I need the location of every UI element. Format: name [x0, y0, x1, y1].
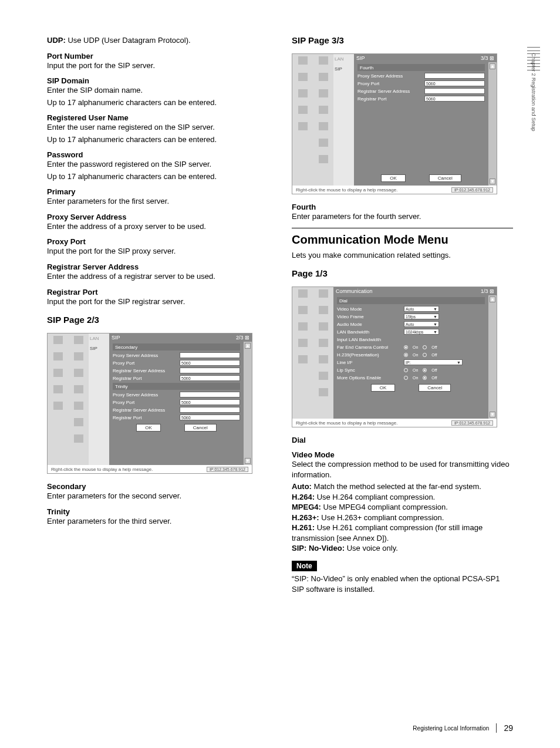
sidebar-icon[interactable]: [74, 385, 83, 393]
chevron-down-icon: ▼: [433, 307, 437, 311]
input-reg-addr[interactable]: [180, 368, 240, 373]
close-icon[interactable]: ⊠: [245, 335, 249, 341]
page-down-icon[interactable]: ▼: [490, 178, 495, 184]
sidebar-icon[interactable]: [298, 89, 308, 97]
sidebar-icon[interactable]: [74, 402, 83, 410]
sidebar-icon[interactable]: [74, 418, 83, 426]
input-proxy-port[interactable]: 5060: [180, 360, 240, 366]
tab-lan[interactable]: LAN: [89, 333, 109, 343]
ok-button[interactable]: OK: [371, 384, 396, 392]
row-audio-mode: Audio Mode: [337, 322, 402, 327]
sidebar-icon[interactable]: [319, 139, 328, 147]
radio-on[interactable]: [404, 368, 408, 372]
screenshot-comm-1-3: Communication1/3 ⊠ Dial Video ModeAuto▼ …: [292, 287, 497, 427]
dd-lan-bw[interactable]: 1024kbps▼: [404, 329, 439, 335]
sidebar-icon[interactable]: [298, 122, 308, 130]
h261-text: Use H.261 compliant compression (for sti…: [292, 523, 483, 543]
h264-label: H.264:: [292, 493, 315, 501]
sidebar-icon[interactable]: [319, 355, 328, 363]
sidebar-icon[interactable]: [298, 56, 308, 65]
dd-video-mode[interactable]: Auto▼: [404, 306, 439, 312]
scr-left-sidebar2: [313, 54, 333, 186]
sidebar-icon[interactable]: [319, 372, 328, 380]
input-reg-port2[interactable]: 5060: [180, 415, 240, 420]
sidebar-icon[interactable]: [74, 336, 83, 344]
row-video-mode: Video Mode: [337, 306, 402, 312]
sidebar-icon[interactable]: [319, 73, 328, 81]
row-lan-bw: LAN Bandwidth: [337, 329, 402, 335]
radio-off[interactable]: [423, 368, 427, 372]
ok-button[interactable]: OK: [381, 174, 406, 182]
input-reg-addr2[interactable]: [180, 407, 240, 413]
sip-domain-text1: Enter the SIP domain name.: [47, 85, 268, 96]
radio-off[interactable]: [423, 345, 427, 349]
sidebar-icon[interactable]: [53, 385, 63, 393]
sidebar-icon[interactable]: [74, 369, 83, 377]
row-video-frame: Video Frame: [337, 314, 402, 319]
sidebar-icon[interactable]: [319, 339, 328, 347]
close-icon[interactable]: ⊠: [490, 55, 494, 61]
sidebar-icon[interactable]: [298, 306, 308, 314]
input-reg-port[interactable]: 5060: [180, 375, 240, 381]
sidebar-icon[interactable]: [53, 352, 63, 360]
sidebar-icon[interactable]: [319, 306, 328, 314]
input-proxy-addr[interactable]: [180, 352, 240, 358]
radio-off[interactable]: [423, 376, 427, 380]
dd-line-if[interactable]: IP:▼: [404, 359, 463, 365]
sidebar-icon[interactable]: [298, 339, 308, 347]
input-proxy-addr2[interactable]: [180, 392, 240, 397]
dd-audio-mode[interactable]: Auto▼: [404, 321, 439, 327]
comm-mode-menu-text: Lets you make communication related sett…: [292, 250, 513, 261]
sip-page-2-3-heading: SIP Page 2/3: [47, 315, 268, 325]
tab-sip[interactable]: SIP: [89, 343, 109, 353]
radio-off[interactable]: [423, 353, 427, 357]
sidebar-icon[interactable]: [53, 369, 63, 377]
ok-button[interactable]: OK: [136, 424, 161, 432]
sidebar-icon[interactable]: [319, 89, 328, 97]
sidebar-icon[interactable]: [319, 322, 328, 331]
input-proxy-port[interactable]: 5060: [424, 80, 485, 86]
page-up-icon[interactable]: ▲: [245, 343, 251, 349]
proxy-port-text: Input the port for the SIP proxy server.: [47, 246, 268, 257]
cancel-button[interactable]: Cancel: [419, 384, 451, 392]
cancel-button[interactable]: Cancel: [429, 174, 461, 182]
fourth-heading: Fourth: [292, 203, 513, 211]
sidebar-icon[interactable]: [53, 336, 63, 344]
cancel-button[interactable]: Cancel: [184, 424, 217, 432]
sidebar-icon[interactable]: [298, 289, 308, 298]
dd-video-frame[interactable]: 15fps▼: [404, 314, 439, 319]
sidebar-icon[interactable]: [319, 155, 328, 163]
radio-on[interactable]: [404, 353, 408, 357]
sidebar-icon[interactable]: [298, 106, 308, 114]
reg-srv-text: Enter the address of a registrar server …: [47, 271, 268, 282]
page-down-icon[interactable]: ▼: [245, 458, 251, 464]
tab-sip[interactable]: SIP: [333, 64, 354, 74]
input-proxy-addr[interactable]: [424, 73, 485, 79]
input-reg-addr[interactable]: [424, 88, 485, 94]
sidebar-icon[interactable]: [319, 106, 328, 114]
sidebar-icon[interactable]: [298, 322, 308, 331]
sidebar-icon[interactable]: [319, 388, 328, 396]
page-down-icon[interactable]: ▼: [490, 412, 495, 417]
radio-on[interactable]: [404, 376, 408, 380]
sidebar-icon[interactable]: [74, 434, 83, 443]
page-up-icon[interactable]: ▲: [490, 63, 495, 69]
row-more-opts: More Options Enable: [337, 375, 402, 380]
close-icon[interactable]: ⊠: [490, 288, 494, 294]
sidebar-icon[interactable]: [298, 355, 308, 363]
sidebar-icon[interactable]: [319, 122, 328, 130]
reg-user-text1: Enter the user name registered on the SI…: [47, 122, 268, 133]
sidebar-icon[interactable]: [74, 352, 83, 360]
tab-lan[interactable]: LAN: [333, 54, 354, 64]
sidebar-icon[interactable]: [319, 56, 328, 65]
input-proxy-port2[interactable]: 5060: [180, 399, 240, 405]
sidebar-icon[interactable]: [319, 289, 328, 298]
row-fecc: Far End Camera Control: [337, 345, 402, 350]
sidebar-icon[interactable]: [53, 402, 63, 410]
auto-text: Match the method selected at the far-end…: [312, 482, 481, 491]
help-text: Right-click the mouse to display a help …: [296, 187, 397, 193]
radio-on[interactable]: [404, 345, 408, 349]
page-up-icon[interactable]: ▲: [490, 296, 495, 302]
sidebar-icon[interactable]: [298, 73, 308, 81]
input-reg-port[interactable]: 5060: [424, 96, 485, 102]
